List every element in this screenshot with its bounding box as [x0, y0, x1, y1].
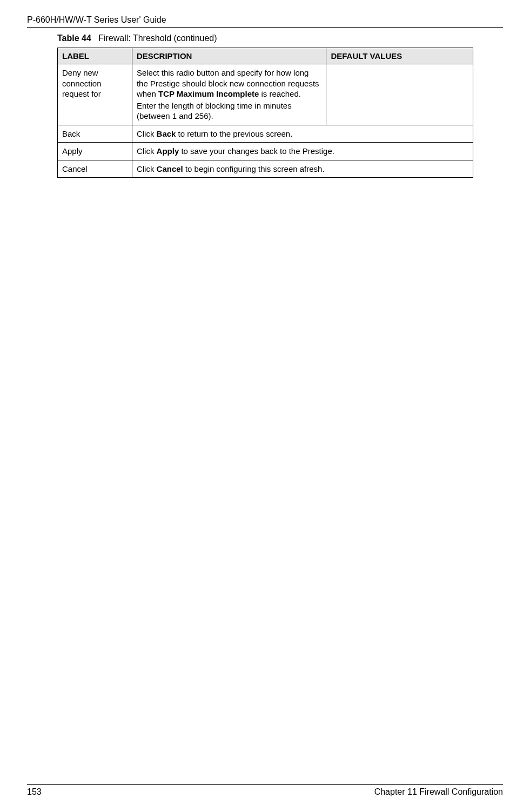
page-footer: 153 Chapter 11 Firewall Configuration: [27, 784, 503, 797]
table-row: Back Click Back to return to the previou…: [58, 125, 473, 143]
row-description: Click Cancel to begin configuring this s…: [132, 160, 473, 178]
row-description: Click Back to return to the previous scr…: [132, 125, 473, 143]
table-row: Cancel Click Cancel to begin configuring…: [58, 160, 473, 178]
col-header-description: DESCRIPTION: [132, 48, 326, 64]
desc-paragraph: Select this radio button and specify for…: [137, 68, 321, 99]
row-label: Back: [58, 125, 132, 143]
table-title: Firewall: Threshold (continued): [98, 33, 217, 43]
row-label: Apply: [58, 143, 132, 160]
table-caption: Table 44 Firewall: Threshold (continued): [57, 33, 503, 43]
firewall-threshold-table: LABEL DESCRIPTION DEFAULT VALUES Deny ne…: [57, 48, 473, 178]
row-default: [326, 64, 473, 125]
row-description: Select this radio button and specify for…: [132, 64, 326, 125]
row-description: Click Apply to save your changes back to…: [132, 143, 473, 160]
desc-paragraph: Enter the length of blocking time in min…: [137, 100, 321, 122]
table-header-row: LABEL DESCRIPTION DEFAULT VALUES: [58, 48, 473, 64]
page-content: Table 44 Firewall: Threshold (continued)…: [27, 33, 503, 178]
table-row: Deny new connection request for Select t…: [58, 64, 473, 125]
page-number: 153: [27, 787, 42, 797]
col-header-default-values: DEFAULT VALUES: [326, 48, 473, 64]
chapter-label: Chapter 11 Firewall Configuration: [374, 787, 503, 797]
row-label: Cancel: [58, 160, 132, 178]
row-label: Deny new connection request for: [58, 64, 132, 125]
table-row: Apply Click Apply to save your changes b…: [58, 143, 473, 160]
table-number: Table 44: [57, 33, 91, 43]
col-header-label: LABEL: [58, 48, 132, 64]
page-header: P-660H/HW/W-T Series User' Guide: [27, 15, 503, 28]
document-title: P-660H/HW/W-T Series User' Guide: [27, 15, 166, 24]
